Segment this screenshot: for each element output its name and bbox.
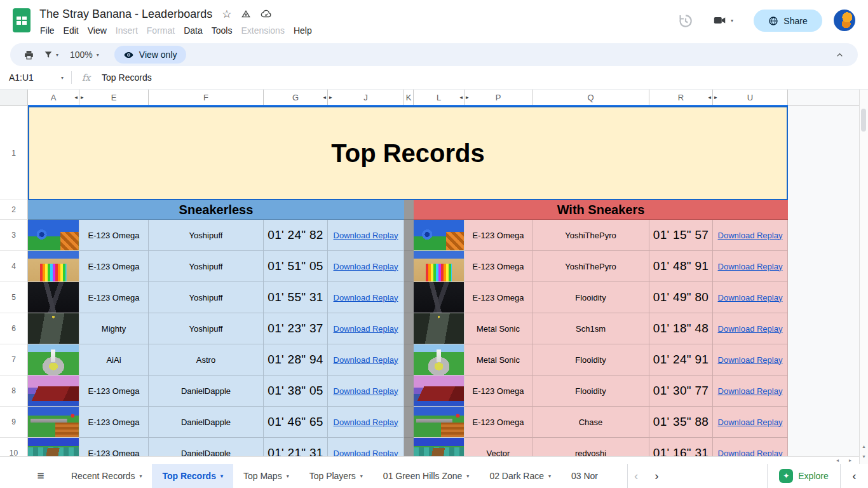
player-cell[interactable]: Yoshipuff — [149, 313, 264, 344]
column-header-j[interactable]: ▸J — [328, 90, 404, 106]
character-cell[interactable]: E-123 Omega — [465, 376, 532, 407]
collapse-panel-button[interactable]: ‹ — [840, 464, 868, 488]
player-cell[interactable]: Astro — [149, 344, 264, 376]
time-cell[interactable]: 01' 18" 48 — [649, 313, 713, 344]
hidden-columns-icon[interactable]: ▸ — [81, 90, 84, 105]
character-cell[interactable]: E-123 Omega — [79, 282, 149, 313]
avatar[interactable] — [834, 10, 855, 31]
time-cell[interactable]: 01' 24" 91 — [649, 344, 713, 376]
menu-file[interactable]: File — [36, 22, 59, 39]
download-replay-link[interactable]: Download Replay — [718, 231, 783, 240]
time-cell[interactable]: 01' 16" 31 — [649, 438, 713, 456]
time-cell[interactable]: 01' 35" 88 — [649, 407, 713, 438]
meet-camera-button[interactable]: ▾ — [713, 13, 733, 27]
player-cell[interactable]: Flooidity — [532, 344, 649, 376]
column-header-a[interactable]: A◂ — [28, 90, 79, 106]
menu-view[interactable]: View — [83, 22, 111, 39]
hidden-columns-icon[interactable]: ▸ — [714, 90, 717, 105]
character-cell[interactable]: E-123 Omega — [79, 438, 149, 456]
menu-tools[interactable]: Tools — [207, 22, 237, 39]
column-header-k[interactable]: K — [404, 90, 414, 106]
column-header-g[interactable]: G◂ — [264, 90, 328, 106]
track-thumbnail[interactable] — [414, 220, 465, 251]
scroll-left-icon[interactable]: ◂ — [836, 457, 839, 464]
tab-top-records[interactable]: Top Records▾ — [152, 464, 233, 488]
time-cell[interactable]: 01' 49" 80 — [649, 282, 713, 313]
time-cell[interactable]: 01' 21" 31 — [264, 438, 328, 456]
tab-top-maps[interactable]: Top Maps▾ — [233, 464, 299, 488]
share-button[interactable]: Share — [754, 10, 822, 32]
character-cell[interactable]: AiAi — [79, 344, 149, 376]
menu-edit[interactable]: Edit — [59, 22, 83, 39]
star-icon[interactable]: ☆ — [222, 8, 231, 21]
row-header-3[interactable]: 3 — [0, 220, 28, 251]
time-cell[interactable]: 01' 24" 82 — [264, 220, 328, 251]
row-header-1[interactable]: 1 — [0, 106, 28, 200]
time-cell[interactable]: 01' 46" 65 — [264, 407, 328, 438]
time-cell[interactable]: 01' 30" 77 — [649, 376, 713, 407]
track-thumbnail[interactable] — [414, 438, 465, 456]
row-header-5[interactable]: 5 — [0, 282, 28, 313]
character-cell[interactable]: Mighty — [79, 313, 149, 344]
all-sheets-menu-button[interactable]: ≡ — [32, 464, 50, 488]
with-sneakers-header-cell[interactable]: With Sneakers — [414, 200, 788, 220]
time-cell[interactable]: 01' 28" 94 — [264, 344, 328, 376]
tab-recent-records[interactable]: Recent Records▾ — [61, 464, 152, 488]
track-thumbnail[interactable] — [28, 251, 79, 282]
row-header-6[interactable]: 6 — [0, 313, 28, 344]
download-replay-link[interactable]: Download Replay — [334, 293, 398, 302]
sheets-logo[interactable] — [13, 8, 31, 32]
character-cell[interactable]: E-123 Omega — [465, 251, 532, 282]
column-header-e[interactable]: ▸E — [79, 90, 149, 106]
track-thumbnail[interactable] — [28, 282, 79, 313]
time-cell[interactable]: 01' 55" 31 — [264, 282, 328, 313]
player-cell[interactable]: Flooidity — [532, 282, 649, 313]
collapse-toolbar-button[interactable] — [830, 45, 849, 64]
column-header-r[interactable]: R◂ — [649, 90, 713, 106]
track-thumbnail[interactable] — [414, 344, 465, 376]
add-shortcut-icon[interactable] — [241, 9, 251, 19]
print-button[interactable] — [19, 45, 38, 64]
player-cell[interactable]: YoshiThePyro — [532, 251, 649, 282]
download-replay-link[interactable]: Download Replay — [334, 231, 398, 240]
character-cell[interactable]: E-123 Omega — [79, 220, 149, 251]
scroll-right-icon[interactable]: ▸ — [849, 457, 851, 464]
explore-button[interactable]: ✦ Explore — [767, 464, 840, 488]
time-cell[interactable]: 01' 38" 05 — [264, 376, 328, 407]
download-replay-link[interactable]: Download Replay — [334, 355, 398, 365]
download-replay-link[interactable]: Download Replay — [334, 449, 398, 457]
scroll-up-icon[interactable]: ▲ — [860, 444, 868, 449]
column-header-f[interactable]: F — [149, 90, 264, 106]
name-box[interactable]: A1:U1 ▾ — [0, 72, 69, 83]
vertical-scrollbar-thumb[interactable] — [861, 109, 866, 132]
track-thumbnail[interactable] — [28, 220, 79, 251]
player-cell[interactable]: DanielDapple — [149, 438, 264, 456]
player-cell[interactable]: Chase — [532, 407, 649, 438]
cloud-saved-icon[interactable] — [261, 8, 272, 20]
column-header-q[interactable]: Q — [532, 90, 649, 106]
track-thumbnail[interactable] — [28, 344, 79, 376]
download-replay-link[interactable]: Download Replay — [718, 262, 783, 271]
column-header-l[interactable]: L◂ — [414, 90, 465, 106]
download-replay-link[interactable]: Download Replay — [334, 417, 398, 427]
view-only-chip[interactable]: View only — [114, 46, 186, 64]
player-cell[interactable]: DanielDapple — [149, 407, 264, 438]
menu-data[interactable]: Data — [179, 22, 207, 39]
download-replay-link[interactable]: Download Replay — [334, 262, 398, 271]
character-cell[interactable]: Metal Sonic — [465, 344, 532, 376]
player-cell[interactable]: Yoshipuff — [149, 251, 264, 282]
character-cell[interactable]: Metal Sonic — [465, 313, 532, 344]
track-thumbnail[interactable] — [414, 376, 465, 407]
character-cell[interactable]: E-123 Omega — [465, 407, 532, 438]
track-thumbnail[interactable] — [414, 313, 465, 344]
vertical-scrollbar[interactable]: ▲ ▼ — [859, 90, 868, 464]
track-thumbnail[interactable] — [28, 376, 79, 407]
menu-help[interactable]: Help — [289, 22, 316, 39]
horizontal-scrollbar[interactable]: ◂ ▸ — [0, 456, 859, 464]
column-header-u[interactable]: ▸U — [713, 90, 788, 106]
hidden-columns-icon[interactable]: ◂ — [459, 90, 463, 105]
character-cell[interactable]: E-123 Omega — [465, 282, 532, 313]
character-cell[interactable]: E-123 Omega — [79, 251, 149, 282]
download-replay-link[interactable]: Download Replay — [718, 324, 783, 334]
player-cell[interactable]: Yoshipuff — [149, 220, 264, 251]
